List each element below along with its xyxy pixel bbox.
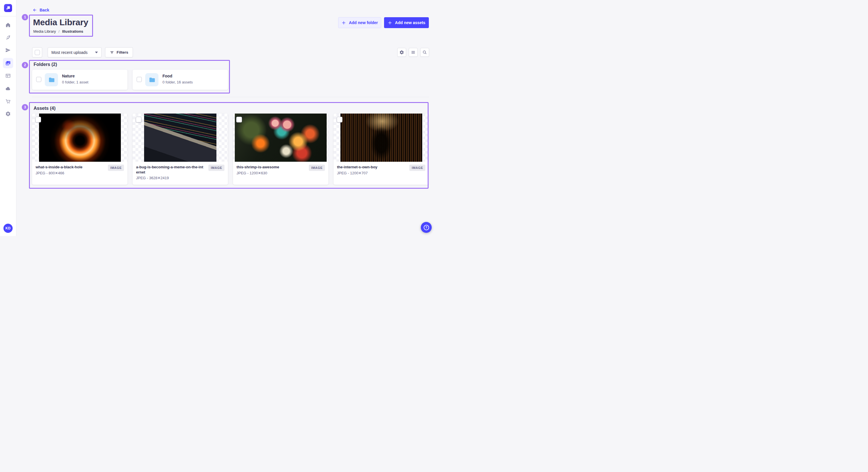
search-button[interactable]: [420, 48, 429, 57]
asset-card[interactable]: the-internet-s-own-boy JPEG - 1200✕707 I…: [334, 113, 429, 185]
asset-thumbnail: [133, 113, 228, 162]
library-portrait-photo: [340, 113, 422, 162]
asset-type-badge: IMAGE: [108, 165, 124, 171]
page-title: Media Library: [33, 18, 88, 27]
chevron-down-icon: [95, 52, 98, 53]
asset-title: this-shrimp-is-awesome: [237, 165, 304, 170]
question-mark-icon: ?: [424, 225, 429, 230]
asset-meta: JPEG - 1200✕630: [237, 171, 325, 175]
strapi-logo-icon[interactable]: [4, 4, 12, 12]
sort-value: Most recent uploads: [51, 50, 88, 55]
select-all-checkbox[interactable]: [32, 47, 42, 57]
media-settings-button[interactable]: [397, 48, 406, 57]
asset-checkbox[interactable]: [35, 117, 41, 123]
sidebar-item-home[interactable]: [3, 20, 13, 30]
asset-type-badge: IMAGE: [208, 165, 224, 171]
add-new-folder-label: Add new folder: [349, 20, 378, 25]
asset-thumbnail: [32, 113, 127, 162]
pictures-icon: [5, 60, 11, 66]
asset-info: what-s-inside-a-black-hole JPEG - 800✕46…: [32, 162, 127, 185]
asset-card[interactable]: a-bug-is-becoming-a-meme-on-the-internet…: [133, 113, 228, 185]
layout-icon: [5, 73, 11, 78]
asset-thumbnail: [233, 113, 329, 162]
asset-checkbox[interactable]: [236, 117, 242, 123]
sidebar-item-cloud[interactable]: [3, 83, 13, 94]
back-label: Back: [40, 8, 49, 12]
asset-meta: JPEG - 800✕466: [36, 171, 124, 175]
sidebar-item-settings[interactable]: [3, 109, 13, 119]
sidebar-item-marketplace[interactable]: [3, 96, 13, 106]
asset-card[interactable]: this-shrimp-is-awesome JPEG - 1200✕630 I…: [233, 113, 329, 185]
gear-icon: [399, 50, 404, 55]
folder-icon: [148, 76, 156, 83]
add-new-assets-button[interactable]: Add new assets: [384, 17, 429, 28]
list-view-button[interactable]: [409, 48, 417, 57]
folder-meta: 0 folder, 16 assets: [162, 80, 193, 84]
folders-heading: Folders (2): [34, 62, 57, 67]
breadcrumb-parent[interactable]: Media Library: [33, 29, 56, 34]
asset-card[interactable]: what-s-inside-a-black-hole JPEG - 800✕46…: [32, 113, 127, 185]
folder-tile: [45, 73, 58, 86]
plus-icon: [388, 20, 392, 25]
list-icon: [411, 50, 415, 55]
asset-meta: JPEG - 1200✕707: [337, 171, 425, 175]
asset-title: a-bug-is-becoming-a-meme-on-the-internet: [136, 165, 204, 175]
annotation-badge-1: 1: [22, 14, 28, 20]
annotation-badge-3: 3: [22, 104, 28, 110]
sidebar-item-media-library[interactable]: [3, 58, 13, 68]
asset-type-badge: IMAGE: [409, 165, 425, 171]
asset-title: what-s-inside-a-black-hole: [36, 165, 103, 170]
arrow-left-icon: [32, 8, 37, 12]
folder-card-nature[interactable]: Nature 0 folder, 1 asset: [32, 70, 127, 90]
sidebar-item-content-manager[interactable]: [3, 32, 13, 43]
section-divider: [32, 97, 429, 97]
plus-icon: [341, 20, 346, 25]
folder-card-food[interactable]: Food 0 folder, 16 assets: [133, 70, 228, 90]
asset-thumbnail: [334, 113, 429, 162]
sort-dropdown[interactable]: Most recent uploads: [48, 47, 102, 57]
asset-checkbox[interactable]: [337, 117, 342, 123]
add-new-folder-button[interactable]: Add new folder: [338, 17, 381, 28]
asset-info: the-internet-s-own-boy JPEG - 1200✕707 I…: [334, 162, 429, 185]
strapi-logo-glyph: [5, 5, 11, 11]
folder-name: Nature: [62, 74, 74, 78]
home-icon: [5, 22, 11, 28]
asset-info: this-shrimp-is-awesome JPEG - 1200✕630 I…: [233, 162, 329, 185]
sidebar-item-content-type-builder[interactable]: [3, 71, 13, 81]
breadcrumb-current: Illustrations: [62, 29, 83, 34]
folder-tile: [145, 73, 158, 86]
assets-heading: Assets (4): [34, 106, 55, 111]
asset-title: the-internet-s-own-boy: [337, 165, 405, 170]
cart-icon: [5, 98, 11, 104]
folder-name: Food: [162, 74, 172, 78]
sidebar-item-releases[interactable]: [3, 45, 13, 55]
back-link[interactable]: Back: [32, 8, 49, 12]
cloud-icon: [5, 86, 11, 92]
breadcrumb-separator: /: [59, 29, 60, 34]
paper-plane-icon: [5, 47, 11, 53]
filter-icon: [110, 50, 114, 55]
black-hole-photo: [39, 113, 121, 162]
filters-button[interactable]: Filters: [105, 47, 133, 57]
folder-checkbox[interactable]: [136, 77, 142, 82]
laptop-code-photo: [144, 113, 216, 162]
gear-icon: [5, 111, 11, 117]
help-button[interactable]: ?: [421, 222, 432, 233]
search-icon: [422, 50, 427, 55]
folder-checkbox[interactable]: [36, 77, 41, 82]
sidebar: KD: [0, 0, 17, 236]
user-avatar[interactable]: KD: [3, 224, 12, 233]
folder-meta: 0 folder, 1 asset: [62, 80, 88, 84]
add-new-assets-label: Add new assets: [395, 20, 425, 25]
breadcrumb: Media Library / Illustrations: [33, 29, 83, 34]
asset-meta: JPEG - 3628✕2419: [136, 176, 224, 180]
folder-icon: [48, 76, 55, 83]
filters-label: Filters: [117, 50, 128, 55]
mantis-shrimp-photo: [235, 113, 327, 162]
asset-info: a-bug-is-becoming-a-meme-on-the-internet…: [133, 162, 228, 185]
checkbox: [35, 50, 40, 55]
sidebar-divider: [0, 16, 17, 16]
asset-checkbox[interactable]: [136, 117, 142, 123]
asset-type-badge: IMAGE: [309, 165, 325, 171]
feather-icon: [5, 35, 11, 40]
